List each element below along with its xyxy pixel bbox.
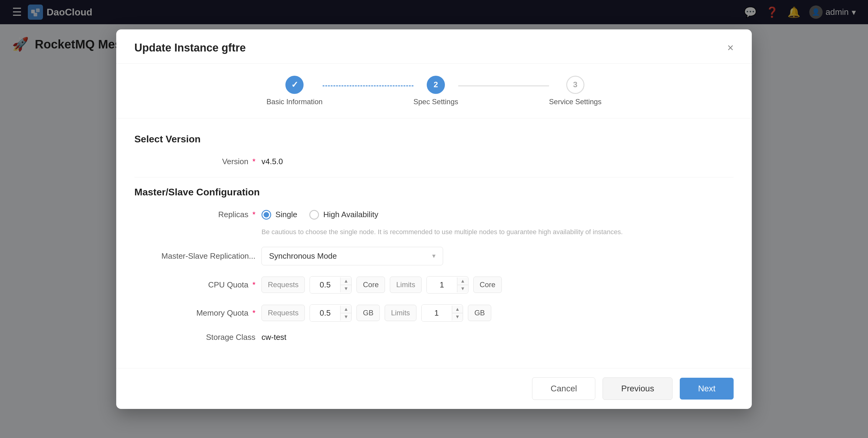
cpu-required: * [252, 280, 255, 289]
version-section-title: Select Version [134, 134, 734, 145]
cpu-label: CPU Quota * [134, 280, 255, 290]
modal-dialog: Update Instance gftre × ✓ Basic Informat… [116, 29, 752, 409]
radio-single[interactable]: Single [261, 210, 297, 220]
radio-outer-single [261, 210, 271, 220]
replication-label: Master-Slave Replication... [134, 252, 255, 261]
replication-row: Master-Slave Replication... Synchronous … [134, 247, 734, 265]
modal-title: Update Instance gftre [134, 41, 246, 54]
config-section: Master/Slave Configuration Replicas * [134, 186, 734, 342]
step-1: ✓ Basic Information [267, 76, 322, 106]
memory-requests-unit: GB [356, 305, 380, 321]
memory-requests-field[interactable] [310, 305, 340, 321]
step-3-number: 3 [573, 80, 578, 89]
radio-label-ha: High Availability [323, 210, 378, 219]
cpu-limits-spinners: ▲ ▼ [457, 278, 468, 292]
close-button[interactable]: × [727, 42, 734, 53]
memory-limits-input[interactable]: ▲ ▼ [421, 304, 463, 322]
replication-value: Synchronous Mode [269, 252, 337, 261]
replicas-required: * [252, 210, 255, 219]
cpu-limits-down[interactable]: ▼ [457, 285, 468, 292]
check-icon: ✓ [291, 80, 298, 90]
version-section: Select Version Version * v4.5.0 [134, 134, 734, 166]
memory-requests-down[interactable]: ▼ [340, 313, 351, 320]
version-row: Version * v4.5.0 [134, 157, 734, 166]
cpu-requests-label: Requests [261, 276, 305, 293]
cpu-limits-field[interactable] [427, 276, 457, 293]
config-section-title: Master/Slave Configuration [134, 186, 734, 198]
required-marker: * [252, 157, 255, 166]
cpu-requests-unit: Core [356, 276, 385, 293]
version-value: v4.5.0 [261, 157, 283, 166]
replicas-label: Replicas * [134, 210, 255, 219]
memory-limits-down[interactable]: ▼ [452, 313, 463, 320]
modal-header: Update Instance gftre × [116, 29, 752, 64]
step-2: 2 Spec Settings [413, 76, 458, 106]
step-1-label: Basic Information [267, 97, 322, 106]
radio-ha[interactable]: High Availability [309, 210, 378, 220]
cpu-requests-down[interactable]: ▼ [340, 285, 351, 292]
connector-2 [458, 85, 549, 86]
replicas-hint: Be cautious to choose the single node. I… [261, 228, 623, 236]
memory-limits-spinners: ▲ ▼ [452, 305, 463, 320]
memory-requests-label: Requests [261, 305, 305, 321]
memory-limits-up[interactable]: ▲ [452, 305, 463, 313]
modal-footer: Cancel Previous Next [116, 368, 752, 409]
storage-class-row: Storage Class cw-test [134, 332, 734, 342]
radio-outer-ha [309, 210, 319, 220]
memory-requests-input[interactable]: ▲ ▼ [310, 304, 352, 322]
cancel-button[interactable]: Cancel [532, 377, 595, 400]
modal-overlay: Update Instance gftre × ✓ Basic Informat… [0, 0, 868, 438]
memory-inputs: Requests ▲ ▼ GB Limits [261, 304, 491, 322]
cpu-requests-input[interactable]: ▲ ▼ [310, 276, 352, 293]
previous-button[interactable]: Previous [602, 377, 673, 400]
memory-limits-label: Limits [385, 305, 416, 321]
next-button[interactable]: Next [680, 378, 734, 400]
cpu-quota-row: CPU Quota * Requests ▲ ▼ Core [134, 276, 734, 293]
connector-1 [322, 85, 413, 86]
memory-label: Memory Quota * [134, 309, 255, 318]
step-2-circle: 2 [427, 76, 445, 94]
step-3-label: Service Settings [549, 97, 601, 106]
modal-body: Select Version Version * v4.5.0 Master/S… [116, 118, 752, 368]
radio-label-single: Single [275, 210, 297, 219]
version-label: Version * [134, 157, 255, 166]
cpu-requests-field[interactable] [310, 276, 340, 293]
memory-quota-row: Memory Quota * Requests ▲ ▼ GB [134, 304, 734, 322]
step-3-circle: 3 [566, 76, 584, 94]
cpu-limits-up[interactable]: ▲ [457, 278, 468, 285]
storage-class-label: Storage Class [134, 332, 255, 342]
memory-limits-field[interactable] [422, 305, 452, 321]
step-2-label: Spec Settings [413, 97, 458, 106]
select-arrow-icon: ▾ [432, 252, 435, 260]
cpu-requests-spinners: ▲ ▼ [340, 278, 351, 292]
memory-requests-up[interactable]: ▲ [340, 305, 351, 313]
cpu-inputs: Requests ▲ ▼ Core Limits [261, 276, 502, 293]
replication-select[interactable]: Synchronous Mode ▾ [261, 247, 443, 265]
radio-inner-single [264, 212, 269, 217]
step-2-number: 2 [434, 80, 438, 89]
memory-requests-spinners: ▲ ▼ [340, 305, 351, 320]
storage-class-value: cw-test [261, 332, 286, 342]
replicas-radio-group: Single High Availability [261, 210, 378, 220]
cpu-requests-up[interactable]: ▲ [340, 278, 351, 285]
memory-limits-unit: GB [468, 305, 491, 321]
memory-required: * [252, 309, 255, 317]
cpu-limits-unit: Core [473, 276, 502, 293]
steps-container: ✓ Basic Information 2 Spec Settings 3 [116, 64, 752, 118]
step-3: 3 Service Settings [549, 76, 601, 106]
step-1-circle: ✓ [285, 76, 304, 94]
replicas-row: Replicas * Single [134, 210, 734, 236]
cpu-limits-label: Limits [390, 276, 422, 293]
cpu-limits-input[interactable]: ▲ ▼ [427, 276, 468, 293]
